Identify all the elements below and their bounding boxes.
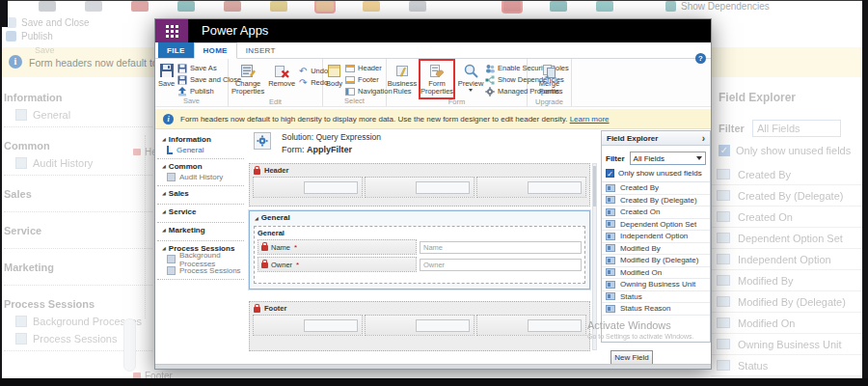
background-ribbon-icon <box>409 1 426 12</box>
change-properties-button[interactable]: Change Properties <box>231 61 265 97</box>
tab-insert[interactable]: INSERT <box>237 42 285 58</box>
lock-icon <box>133 149 141 155</box>
tab-home[interactable]: HOME <box>194 42 237 59</box>
info-icon: i <box>9 55 22 69</box>
header-field-placeholder <box>528 181 582 194</box>
learn-more-link[interactable]: Learn more <box>570 115 610 124</box>
tab-file[interactable]: FILE <box>158 42 194 58</box>
nav-item-background-processes[interactable]: Background Processes <box>162 254 244 264</box>
name-field-input[interactable] <box>420 241 582 254</box>
background-canvas-edge <box>145 135 146 318</box>
field-item-modified-by[interactable]: Modified By <box>602 243 710 256</box>
field-item-modified-on[interactable]: Modified On <box>602 267 710 280</box>
footer-cell[interactable] <box>365 315 475 336</box>
footer-cell[interactable] <box>253 315 363 336</box>
merge-forms-button[interactable]: Merge Forms <box>535 61 564 97</box>
nav-group-label: Information <box>169 135 211 144</box>
field-icon <box>606 196 615 204</box>
title-bar: Power Apps <box>155 19 711 42</box>
background-field-label: Modified On <box>738 317 795 329</box>
background-ribbon-icon <box>503 1 521 12</box>
background-nav-group-label: Marketing <box>4 259 152 276</box>
field-item-created-by-delegate[interactable]: Created By (Delegate) <box>602 195 710 207</box>
form-editor-window: Power Apps FILE HOME INSERT ? Save <box>154 18 712 370</box>
unused-fields-checkbox[interactable]: ✓ Only show unused fields <box>602 168 710 181</box>
canvas-scrollbar[interactable] <box>592 163 597 350</box>
footer-field-placeholder <box>304 319 358 332</box>
footer-button[interactable]: Footer <box>345 74 392 85</box>
app-launcher-button[interactable] <box>155 19 188 42</box>
header-section[interactable]: Header <box>249 163 590 207</box>
owner-field-row[interactable]: Owner* <box>258 257 582 272</box>
navigation-button[interactable]: Navigation <box>345 86 392 96</box>
nav-group-header-common[interactable]: ◢Common <box>162 161 244 171</box>
name-field-row[interactable]: Name* <box>258 239 582 255</box>
general-section[interactable]: ◢ General General Name* <box>249 210 590 290</box>
help-icon[interactable]: ? <box>695 53 706 64</box>
owner-field-input[interactable] <box>420 259 582 271</box>
field-explorer-panel: Field Explorer › Filter All Fields ✓ Onl… <box>601 130 711 343</box>
business-rules-button[interactable]: Business Rules <box>389 61 416 97</box>
remove-button[interactable]: Remove <box>267 61 296 89</box>
field-icon <box>606 292 615 300</box>
footer-section[interactable]: Footer <box>249 301 590 351</box>
nav-group-label: Marketing <box>169 226 205 234</box>
field-item-independent-option[interactable]: Independent Option <box>602 231 710 243</box>
field-item-owning-business-unit[interactable]: Owning Business Unit <box>602 279 710 291</box>
preview-button[interactable]: Preview <box>458 61 483 93</box>
field-icon <box>606 305 615 313</box>
nav-group-header-sales[interactable]: ◢Sales <box>162 188 244 198</box>
new-field-button[interactable]: New Field <box>610 350 653 365</box>
nav-item-process-sessions[interactable]: Process Sessions <box>162 265 244 276</box>
background-nav-group-label: Common <box>4 137 152 154</box>
footer-cell[interactable] <box>476 315 586 336</box>
field-item-status[interactable]: Status <box>602 291 710 304</box>
filter-dropdown[interactable]: All Fields <box>630 152 706 165</box>
header-cell[interactable] <box>365 177 475 198</box>
field-item-modified-by-delegate[interactable]: Modified By (Delegate) <box>602 255 710 267</box>
background-field-icon <box>717 190 730 201</box>
background-field-item: Modified By <box>711 270 865 291</box>
nav-group-header-marketing[interactable]: ◢Marketing <box>162 225 244 234</box>
field-item-label: Dependent Option Set <box>620 220 696 229</box>
background-nav-group-label: Process Sessions <box>4 295 152 313</box>
field-item-status-reason[interactable]: Status Reason <box>602 303 710 316</box>
background-field-icon <box>717 211 730 222</box>
nav-group-common: ◢CommonAudit History <box>157 159 244 186</box>
nav-item-general[interactable]: General <box>162 145 244 155</box>
nav-item-audit-history[interactable]: Audit History <box>162 172 244 182</box>
field-item-created-by[interactable]: Created By <box>602 182 710 195</box>
form-properties-button[interactable]: Form Properties <box>420 61 453 97</box>
ribbon-group-form: Business Rules Form Properties Preview <box>387 59 528 106</box>
field-item-dependent-option-set[interactable]: Dependent Option Set <box>602 219 710 232</box>
lock-icon <box>261 245 268 251</box>
header-cell[interactable] <box>476 177 586 198</box>
lock-icon <box>261 262 268 268</box>
audit-history-icon <box>167 173 176 181</box>
background-field-item: Owning Business Unit <box>711 334 865 355</box>
change-properties-icon <box>240 62 257 79</box>
footer-field-placeholder <box>528 319 582 332</box>
checkbox-checked-icon: ✓ <box>719 145 730 156</box>
header-button[interactable]: Header <box>345 63 392 73</box>
header-cell[interactable] <box>253 177 363 198</box>
background-nav-group-service: Service <box>4 222 152 249</box>
background-field-item: Modified By (Delegate) <box>711 291 865 313</box>
body-button[interactable]: Body <box>325 61 343 89</box>
field-item-created-on[interactable]: Created On <box>602 207 710 219</box>
field-item-label: Created On <box>620 207 660 216</box>
nav-group-label: Sales <box>169 189 189 198</box>
lock-icon <box>254 307 260 313</box>
background-scrollbar <box>123 318 136 372</box>
form-name: Form: ApplyFilter <box>282 145 381 154</box>
background-field-icon <box>717 254 730 264</box>
footer-field-placeholder <box>416 319 470 332</box>
field-item-label: Modified By (Delegate) <box>620 256 698 264</box>
background-left-nav: InformationGeneralCommonAudit HistorySal… <box>4 89 152 351</box>
background-field-icon <box>717 296 730 307</box>
nav-group-header-service[interactable]: ◢Service <box>162 207 244 216</box>
field-explorer-header[interactable]: Field Explorer › <box>602 131 710 146</box>
frame-top-edge <box>0 0 868 1</box>
save-button[interactable]: Save <box>157 61 176 89</box>
nav-group-header-information[interactable]: ◢Information <box>162 134 244 144</box>
